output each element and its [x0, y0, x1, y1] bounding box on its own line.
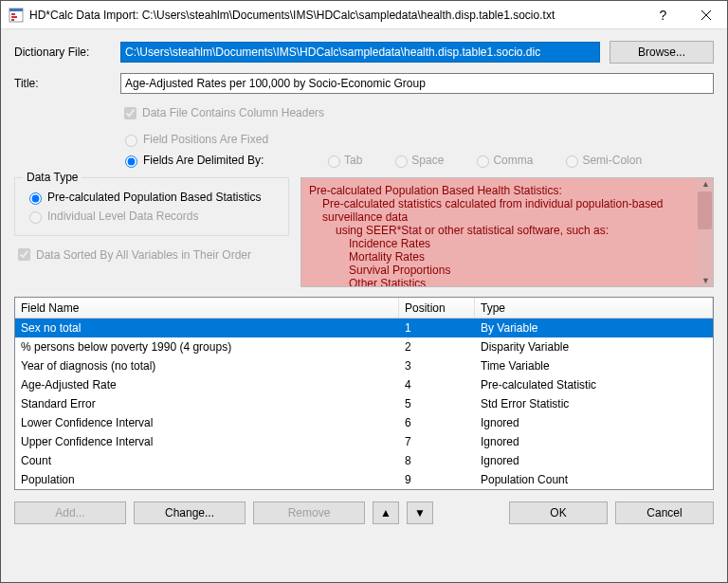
info-scrollbar[interactable]: ▲ ▼: [697, 178, 713, 286]
individual-label: Individual Level Data Records: [47, 210, 198, 223]
move-up-button[interactable]: ▲: [373, 501, 399, 524]
add-button: Add...: [14, 501, 126, 524]
info-line: Pre-calculated Population Based Health S…: [309, 184, 705, 197]
fields-table[interactable]: Field Name Position Type Sex no total1By…: [14, 297, 714, 490]
delim-tab-label: Tab: [344, 154, 362, 167]
cell-pos: 4: [399, 378, 475, 392]
table-row[interactable]: Population9Population Count: [15, 470, 713, 489]
delim-semicolon-radio: [566, 155, 578, 168]
individual-radio: [29, 211, 42, 224]
delim-comma-radio: [477, 155, 489, 168]
cell-name: Upper Confidence Interval: [15, 435, 399, 448]
dictionary-file-input[interactable]: [120, 42, 600, 63]
title-input[interactable]: [120, 73, 714, 94]
data-type-legend: Data Type: [23, 171, 82, 184]
precalc-label: Pre-calculated Population Based Statisti…: [47, 191, 261, 204]
svg-rect-4: [11, 19, 14, 21]
table-row[interactable]: % persons below poverty 1990 (4 groups)2…: [15, 337, 713, 356]
sorted-checkbox: [18, 248, 30, 261]
titlebar: HD*Calc Data Import: C:\Users\steahlm\Do…: [1, 1, 727, 29]
cell-type: Population Count: [475, 473, 713, 486]
cell-pos: 3: [399, 359, 475, 373]
sorted-checkbox-label: Data Sorted By All Variables in Their Or…: [36, 248, 251, 262]
browse-button[interactable]: Browse...: [610, 41, 714, 64]
delimited-label: Fields Are Delimited By:: [143, 154, 323, 167]
cell-type: Time Variable: [475, 359, 713, 373]
dictionary-file-label: Dictionary File:: [14, 46, 120, 59]
cell-pos: 8: [399, 454, 475, 467]
ok-button[interactable]: OK: [509, 501, 608, 524]
window-title: HD*Calc Data Import: C:\Users\steahlm\Do…: [29, 9, 642, 22]
table-row[interactable]: Upper Confidence Interval7Ignored: [15, 432, 713, 451]
remove-button: Remove: [253, 501, 365, 524]
info-line: Incidence Rates: [349, 237, 705, 250]
cancel-button[interactable]: Cancel: [615, 501, 714, 524]
cell-pos: 7: [399, 435, 475, 448]
delim-space-radio: [395, 155, 408, 168]
col-header-name[interactable]: Field Name: [15, 298, 399, 318]
cell-name: Count: [15, 454, 399, 467]
table-row[interactable]: Lower Confidence Interval6Ignored: [15, 413, 713, 432]
change-button[interactable]: Change...: [134, 501, 246, 524]
fixed-positions-radio: [125, 135, 137, 147]
info-line: using SEER*Stat or other statistical sof…: [336, 224, 705, 237]
cell-pos: 5: [399, 397, 475, 410]
cell-type: Ignored: [475, 416, 713, 429]
info-panel: Pre-calculated Population Based Health S…: [300, 177, 714, 287]
delim-comma-label: Comma: [493, 154, 533, 167]
info-line: Survival Proportions: [349, 264, 705, 277]
cell-pos: 6: [399, 416, 475, 429]
delimited-radio[interactable]: [125, 155, 137, 168]
table-row[interactable]: Standard Error5Std Error Statistic: [15, 394, 713, 413]
scroll-thumb[interactable]: [698, 191, 712, 229]
scroll-down-icon[interactable]: ▼: [701, 276, 710, 285]
delim-space-label: Space: [411, 154, 444, 167]
scroll-up-icon[interactable]: ▲: [701, 179, 710, 189]
title-label: Title:: [14, 77, 120, 90]
cell-type: Ignored: [475, 435, 713, 448]
cell-name: Population: [15, 473, 399, 486]
cell-name: Lower Confidence Interval: [15, 416, 399, 429]
cell-name: Standard Error: [15, 397, 399, 410]
precalc-radio[interactable]: [29, 192, 42, 205]
table-body: Sex no total1By Variable% persons below …: [15, 319, 713, 489]
col-header-pos[interactable]: Position: [399, 298, 475, 318]
move-down-button[interactable]: ▼: [407, 501, 433, 524]
delim-semicolon-label: Semi-Colon: [582, 154, 642, 167]
headers-checkbox: [124, 107, 136, 119]
cell-pos: 2: [399, 340, 475, 354]
cell-name: % persons below poverty 1990 (4 groups): [15, 340, 399, 354]
cell-pos: 9: [399, 473, 475, 486]
svg-rect-2: [11, 13, 15, 15]
cell-type: By Variable: [475, 321, 713, 335]
table-header: Field Name Position Type: [15, 298, 713, 319]
cell-name: Sex no total: [15, 321, 399, 335]
info-line: Pre-calculated statistics calculated fro…: [322, 197, 705, 224]
table-row[interactable]: Sex no total1By Variable: [15, 319, 713, 337]
table-row[interactable]: Count8Ignored: [15, 451, 713, 470]
delim-tab-radio: [328, 155, 340, 168]
help-button[interactable]: ?: [642, 1, 684, 29]
cell-type: Std Error Statistic: [475, 397, 713, 410]
fixed-positions-label: Field Positions Are Fixed: [143, 133, 268, 146]
cell-pos: 1: [399, 321, 475, 335]
app-icon: [9, 8, 24, 23]
table-row[interactable]: Age-Adjusted Rate4Pre-calculated Statist…: [15, 375, 713, 394]
cell-type: Pre-calculated Statistic: [475, 378, 713, 392]
col-header-type[interactable]: Type: [475, 298, 713, 318]
cell-type: Disparity Variable: [475, 340, 713, 354]
cell-name: Year of diagnosis (no total): [15, 359, 399, 373]
info-line: Mortality Rates: [349, 250, 705, 264]
close-button[interactable]: [684, 1, 727, 29]
data-type-group: Data Type Pre-calculated Population Base…: [14, 177, 289, 236]
headers-checkbox-label: Data File Contains Column Headers: [142, 106, 324, 119]
svg-rect-1: [9, 9, 23, 11]
svg-rect-3: [11, 16, 17, 18]
cell-name: Age-Adjusted Rate: [15, 378, 399, 392]
table-row[interactable]: Year of diagnosis (no total)3Time Variab…: [15, 356, 713, 375]
info-line: Other Statistics: [349, 277, 705, 287]
dialog-content: Dictionary File: Browse... Title: Data F…: [1, 29, 727, 534]
cell-type: Ignored: [475, 454, 713, 467]
